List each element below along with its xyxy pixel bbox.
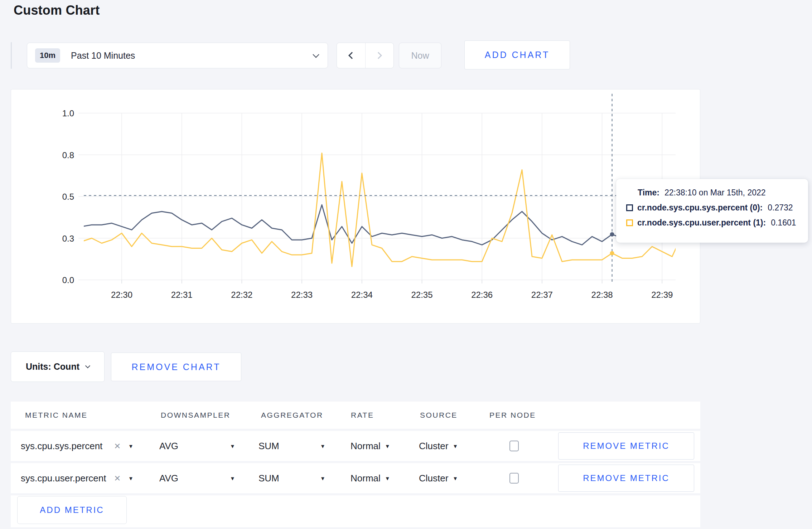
- chevron-down-icon: [313, 51, 319, 58]
- svg-text:22:30: 22:30: [111, 290, 132, 300]
- svg-text:0.8: 0.8: [62, 150, 74, 160]
- source-value: Cluster: [419, 473, 448, 484]
- metric-name-value[interactable]: sys.cpu.user.percent: [21, 473, 106, 484]
- chevron-left-icon: [348, 52, 356, 59]
- per-node-checkbox[interactable]: [509, 473, 519, 484]
- metrics-table-header: METRIC NAME DOWNSAMPLER AGGREGATOR RATE …: [11, 402, 700, 429]
- column-header-aggregator: AGGREGATOR: [261, 411, 323, 419]
- metric-row: sys.cpu.user.percent × ▼ AVG ▼ SUM ▼ Nor…: [11, 463, 700, 493]
- metric-caret-icon[interactable]: ▼: [128, 475, 134, 481]
- tooltip-time-value: 22:38:10 on Mar 15th, 2022: [664, 188, 766, 198]
- toolbar-divider: [11, 42, 12, 69]
- time-pager: [337, 43, 394, 68]
- now-button[interactable]: Now: [399, 43, 441, 68]
- time-range-dropdown[interactable]: 10m Past 10 Minutes: [27, 43, 328, 68]
- chart-card: 0.00.30.50.81.022:3022:3122:3222:3322:34…: [11, 89, 700, 324]
- rate-caret-icon: ▼: [385, 443, 390, 449]
- svg-text:22:31: 22:31: [171, 290, 193, 300]
- svg-text:22:35: 22:35: [411, 290, 432, 300]
- units-label: Units: Count: [26, 361, 79, 372]
- downsampler-caret-icon[interactable]: ▼: [230, 443, 235, 449]
- rate-caret-icon: ▼: [385, 475, 390, 481]
- aggregator-caret-icon[interactable]: ▼: [320, 475, 325, 481]
- downsampler-caret-icon[interactable]: ▼: [230, 475, 235, 481]
- rate-select[interactable]: Normal ▼: [351, 441, 390, 452]
- series-swatch-user-icon: [626, 219, 633, 226]
- column-header-metric-name: METRIC NAME: [25, 411, 88, 419]
- aggregator-select[interactable]: SUM: [258, 441, 279, 452]
- remove-metric-button[interactable]: REMOVE METRIC: [558, 432, 694, 460]
- per-node-checkbox[interactable]: [509, 441, 519, 451]
- tooltip-series-value: 0.2732: [768, 203, 793, 213]
- svg-text:1.0: 1.0: [62, 108, 74, 118]
- tooltip-series-label: cr.node.sys.cpu.sys.percent (0):: [637, 203, 763, 213]
- source-select[interactable]: Cluster ▼: [419, 441, 458, 452]
- source-select[interactable]: Cluster ▼: [419, 473, 458, 484]
- remove-chart-button[interactable]: REMOVE CHART: [111, 353, 241, 381]
- column-header-per-node: PER NODE: [489, 411, 536, 419]
- column-header-rate: RATE: [351, 411, 374, 419]
- source-caret-icon: ▼: [453, 443, 458, 449]
- metric-name-value[interactable]: sys.cpu.sys.percent: [21, 441, 102, 452]
- svg-text:22:36: 22:36: [471, 290, 493, 300]
- tooltip-series-label: cr.node.sys.cpu.user.percent (1):: [637, 218, 766, 228]
- rate-value: Normal: [351, 441, 381, 452]
- remove-metric-x-icon[interactable]: ×: [114, 440, 121, 452]
- time-range-label: Past 10 Minutes: [71, 50, 135, 61]
- remove-metric-button[interactable]: REMOVE METRIC: [558, 465, 694, 492]
- chart-hover-tooltip: Time: 22:38:10 on Mar 15th, 2022 cr.node…: [616, 179, 808, 243]
- rate-select[interactable]: Normal ▼: [351, 473, 390, 484]
- units-dropdown[interactable]: Units: Count: [11, 351, 105, 382]
- aggregator-select[interactable]: SUM: [258, 473, 279, 484]
- add-metric-button[interactable]: ADD METRIC: [17, 496, 127, 524]
- svg-text:22:39: 22:39: [651, 290, 673, 300]
- svg-text:0.0: 0.0: [62, 275, 74, 285]
- source-caret-icon: ▼: [453, 475, 458, 481]
- page-title: Custom Chart: [14, 3, 100, 18]
- time-range-badge: 10m: [35, 48, 60, 63]
- downsampler-select[interactable]: AVG: [159, 473, 178, 484]
- remove-metric-x-icon[interactable]: ×: [114, 472, 121, 484]
- series-swatch-sys-icon: [626, 204, 633, 211]
- metrics-table-footer: ADD METRIC: [11, 495, 700, 527]
- tooltip-series-value: 0.1601: [771, 218, 796, 228]
- column-header-downsampler: DOWNSAMPLER: [161, 411, 230, 419]
- svg-text:22:32: 22:32: [231, 290, 252, 300]
- svg-text:22:34: 22:34: [351, 290, 373, 300]
- downsampler-select[interactable]: AVG: [159, 441, 178, 452]
- rate-value: Normal: [351, 473, 381, 484]
- chevron-right-icon: [375, 52, 382, 59]
- chevron-down-icon: [85, 363, 90, 368]
- svg-text:0.5: 0.5: [62, 192, 74, 202]
- add-chart-button[interactable]: ADD CHART: [464, 40, 570, 69]
- next-interval-button[interactable]: [365, 43, 394, 68]
- previous-interval-button[interactable]: [337, 43, 365, 68]
- svg-text:22:33: 22:33: [291, 290, 313, 300]
- svg-text:0.3: 0.3: [62, 234, 74, 243]
- timeseries-chart[interactable]: 0.00.30.50.81.022:3022:3122:3222:3322:34…: [11, 89, 700, 323]
- column-header-source: SOURCE: [420, 411, 458, 419]
- svg-text:22:37: 22:37: [531, 290, 553, 300]
- metric-caret-icon[interactable]: ▼: [128, 443, 134, 449]
- metric-row: sys.cpu.sys.percent × ▼ AVG ▼ SUM ▼ Norm…: [11, 431, 700, 461]
- source-value: Cluster: [419, 441, 448, 452]
- aggregator-caret-icon[interactable]: ▼: [320, 443, 325, 449]
- tooltip-time-label: Time:: [638, 188, 659, 198]
- svg-text:22:38: 22:38: [591, 290, 613, 300]
